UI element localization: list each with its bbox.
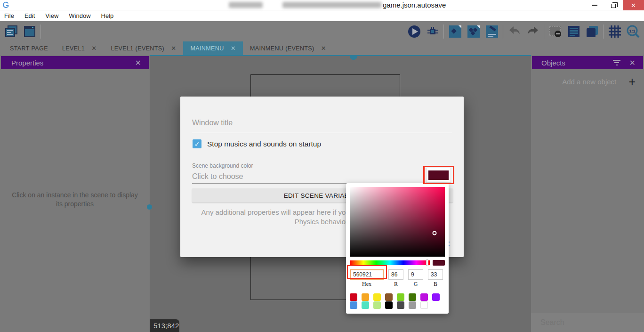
instances-list-button[interactable] (566, 24, 581, 39)
close-icon[interactable]: ✕ (231, 45, 236, 52)
restore-icon (611, 4, 616, 8)
panel-title: Properties (7, 59, 133, 67)
preset-color-swatch[interactable] (397, 301, 404, 309)
debug-icon (426, 25, 439, 38)
tab-label: START PAGE (10, 45, 48, 52)
menu-edit[interactable]: Edit (19, 10, 40, 21)
close-button[interactable]: ✕ (623, 0, 644, 10)
window-icon (23, 25, 36, 38)
tab-label: LEVEL1 (62, 45, 85, 52)
hue-slider[interactable] (350, 260, 430, 265)
debug-button[interactable] (425, 24, 440, 39)
close-icon[interactable]: ✕ (171, 45, 176, 52)
minimize-button[interactable] (585, 0, 604, 10)
tab-start-page[interactable]: START PAGE (3, 41, 55, 55)
add-object-button[interactable]: + (628, 75, 637, 89)
zoom-1-1-icon: 1:1 (626, 24, 640, 39)
play-button[interactable] (407, 24, 421, 39)
preset-color-swatch[interactable] (373, 293, 381, 301)
redo-button[interactable] (525, 24, 540, 39)
objects-panel: Objects ✕ Add a new object + (531, 55, 644, 332)
saturation-gradient[interactable] (350, 187, 445, 257)
close-icon[interactable]: ✕ (133, 58, 143, 67)
stop-music-checkbox[interactable]: ✓ (193, 139, 201, 148)
add-instances-button[interactable] (466, 24, 481, 39)
edit-pencil-icon (485, 24, 499, 39)
window-title-field[interactable]: Window title (192, 119, 233, 127)
preset-color-swatch[interactable] (373, 301, 381, 309)
stop-music-row: ✓ Stop musics and sounds on startup (193, 139, 321, 148)
mask-toggle-button[interactable] (548, 24, 563, 39)
tab-level1-events[interactable]: LEVEL1 (EVENTS) ✕ (104, 41, 183, 55)
preset-color-swatch[interactable] (432, 293, 440, 301)
cursor-coordinates: 513;842 (150, 319, 179, 332)
grid-button[interactable] (607, 24, 622, 39)
current-color-swatch (433, 260, 445, 266)
tab-mainmenu[interactable]: MAINMENU ✕ (183, 41, 243, 55)
filter-icon[interactable] (612, 60, 621, 65)
red-input[interactable] (388, 269, 403, 280)
bg-color-field[interactable]: Click to choose (192, 172, 243, 181)
start-page-button[interactable] (22, 24, 37, 39)
add-object-button[interactable] (448, 24, 462, 39)
undo-button[interactable] (507, 24, 522, 39)
svg-text:1:1: 1:1 (629, 29, 635, 33)
preset-color-swatch[interactable] (362, 293, 369, 301)
preset-color-swatch[interactable] (385, 293, 393, 301)
gdevelop-logo-icon (2, 1, 9, 8)
annotation-box-hex-input (347, 265, 387, 279)
minimize-icon (592, 5, 597, 6)
blue-input[interactable] (428, 269, 443, 280)
message-line: its properties (0, 200, 150, 209)
project-manager-icon (4, 24, 18, 39)
properties-empty-message: Click on an instance in the scene to dis… (0, 191, 150, 209)
preset-color-swatch[interactable] (397, 293, 404, 301)
close-icon[interactable]: ✕ (321, 45, 326, 52)
green-input[interactable] (408, 269, 423, 280)
preset-color-swatch[interactable] (420, 301, 428, 309)
menu-file[interactable]: File (0, 10, 19, 21)
menu-view[interactable]: View (40, 10, 64, 21)
hue-slider-handle[interactable] (426, 259, 428, 266)
panel-resize-handle[interactable] (350, 56, 357, 60)
preset-colors-row2 (350, 301, 445, 309)
saturation-selector-ring[interactable] (432, 231, 436, 235)
preset-color-swatch[interactable] (350, 301, 357, 309)
restore-button[interactable] (604, 0, 623, 10)
panel-resize-handle[interactable] (147, 204, 152, 210)
search-bar (531, 313, 644, 332)
tab-level1[interactable]: LEVEL1 ✕ (55, 41, 104, 55)
edit-scene-button[interactable] (484, 24, 499, 39)
list-icon (567, 24, 581, 39)
preset-color-swatch[interactable] (385, 301, 393, 309)
preset-color-swatch[interactable] (350, 293, 357, 301)
tab-label: LEVEL1 (EVENTS) (111, 45, 164, 52)
redacted-title-segment (282, 2, 381, 8)
preset-color-swatch[interactable] (362, 301, 369, 309)
mask-icon (548, 24, 563, 39)
layers-button[interactable] (585, 24, 599, 39)
project-manager-button[interactable] (4, 24, 18, 39)
close-icon[interactable]: ✕ (628, 58, 637, 67)
bg-color-label: Scene background color (192, 162, 253, 169)
field-underline (192, 133, 452, 133)
preset-color-swatch[interactable] (409, 301, 416, 309)
tab-mainmenu-events[interactable]: MAINMENU (EVENTS) ✕ (243, 41, 333, 55)
preset-color-swatch[interactable] (420, 293, 428, 301)
window-controls: ✕ (585, 0, 644, 10)
add-object-label: Add a new object (538, 78, 628, 86)
undo-icon (507, 24, 522, 39)
preset-color-swatch[interactable] (409, 293, 416, 301)
red-label: R (394, 281, 398, 288)
menu-window[interactable]: Window (64, 10, 96, 21)
green-label: G (414, 281, 418, 288)
zoom-one-to-one-button[interactable]: 1:1 (626, 24, 640, 39)
menu-bar: File Edit View Window Help (0, 10, 644, 21)
redo-icon (526, 24, 540, 39)
search-input[interactable] (540, 318, 638, 327)
message-line: Click on an instance in the scene to dis… (0, 191, 150, 200)
close-icon[interactable]: ✕ (91, 45, 97, 52)
layers-icon (585, 24, 599, 39)
menu-help[interactable]: Help (96, 10, 119, 21)
add-object-row: Add a new object + (531, 70, 644, 89)
